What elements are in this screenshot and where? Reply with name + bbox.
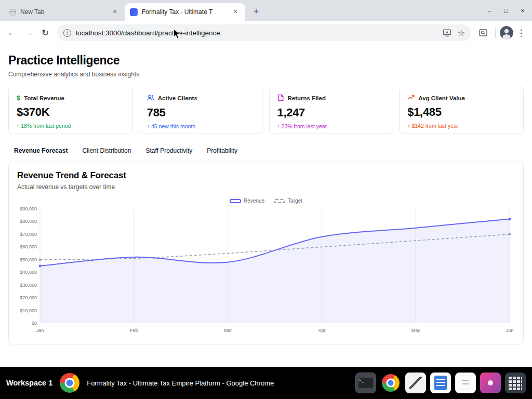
legend-revenue: Revenue [230,198,264,204]
divider [495,28,496,38]
stat-card-active-clients: Active Clients 785 ↑ 45 new this month [139,87,263,134]
svg-text:$50,000: $50,000 [20,257,37,262]
calculator-icon[interactable] [505,373,526,393]
site-favicon-icon [130,8,138,16]
maximize-button[interactable]: □ [498,7,514,15]
chrome-launcher-icon[interactable] [380,373,401,393]
stat-label: Total Revenue [24,95,64,101]
profile-avatar[interactable] [500,26,513,39]
users-icon [147,94,154,102]
svg-text:$70,000: $70,000 [20,232,37,237]
svg-text:$90,000: $90,000 [20,206,37,211]
tab-client-distribution[interactable]: Client Distribution [82,147,131,154]
svg-text:Jan: Jan [36,328,44,333]
revenue-chart-card: Revenue Trend & Forecast Actual revenue … [8,162,524,344]
close-button[interactable]: × [514,7,531,15]
stat-label: Avg Client Value [418,95,465,101]
page-header: Practice Intelligence Comprehensive anal… [0,45,532,78]
browser-tabstrip: New Tab × Formality Tax - Ultimate T × +… [0,0,532,21]
tab-title: Formality Tax - Ultimate T [142,8,227,16]
chart-title: Revenue Trend & Forecast [17,170,515,181]
legend-target: Target [274,198,302,204]
stat-label: Returns Filed [288,95,326,101]
svg-text:$0: $0 [32,321,37,326]
browser-tab-new-tab[interactable]: New Tab × [4,3,125,21]
url-bar[interactable]: i localhost:3000/dashboard/practice-inte… [57,24,471,41]
new-tab-button[interactable]: + [249,5,263,18]
side-search-icon[interactable] [475,25,491,41]
page-title: Practice Intelligence [8,54,524,68]
svg-text:$80,000: $80,000 [20,219,37,224]
page-subtitle: Comprehensive analytics and business ins… [8,71,524,78]
workspace-label[interactable]: Workspace 1 [6,379,52,387]
back-button[interactable]: ← [4,25,20,41]
stat-cards: $ Total Revenue $370K ↑ 18% from last pe… [8,87,524,134]
forward-button: → [21,25,36,41]
screen: New Tab × Formality Tax - Ultimate T × +… [0,0,532,399]
stat-delta: ↑ $142 from last year [407,123,515,129]
tab-close-icon[interactable]: × [231,7,240,17]
image-viewer-icon[interactable] [480,373,501,393]
files-icon[interactable] [430,373,451,393]
browser-navbar: ← → ↻ i localhost:3000/dashboard/practic… [0,21,532,45]
chart-legend: RevenueTarget [17,198,515,204]
tab-title: New Tab [20,8,106,16]
stat-value: 1,247 [277,106,385,119]
chrome-window-icon[interactable] [60,373,79,393]
tab-staff-productivity[interactable]: Staff Productivity [145,147,192,154]
svg-text:Mar: Mar [224,328,232,333]
dollar-icon: $ [17,94,20,102]
stat-value: $1,485 [407,105,515,119]
window-controls: – □ × [481,0,531,21]
stat-delta: ↑ 18% from last period [17,123,125,129]
tab-profitability[interactable]: Profitability [207,147,237,154]
file-icon [277,94,284,102]
browser-menu-icon[interactable]: ⋮ [514,28,528,38]
url-text[interactable]: localhost:3000/dashboard/practice-intell… [76,29,220,37]
browser-tab-formality-tax[interactable]: Formality Tax - Ultimate T × [125,3,245,21]
stat-value: 785 [147,106,255,119]
svg-text:$10,000: $10,000 [20,308,37,313]
tab-revenue-forecast[interactable]: Revenue Forecast [14,147,68,154]
bookmark-star-icon[interactable]: ☆ [458,28,465,38]
analytics-tabs: Revenue Forecast Client Distribution Sta… [14,147,524,154]
document-icon[interactable] [455,373,476,393]
page-content: Practice Intelligence Comprehensive anal… [0,45,532,367]
stat-card-avg-client-value: Avg Client Value $1,485 ↑ $142 from last… [399,87,524,134]
svg-text:$60,000: $60,000 [20,244,37,249]
stat-value: $370K [17,105,125,119]
stat-card-returns-filed: Returns Filed 1,247 ↑ 23% from last year [269,87,394,134]
active-window-title[interactable]: Formality Tax - Ultimate Tax Empire Plat… [87,379,348,387]
svg-text:Apr: Apr [318,328,325,333]
stat-delta: ↑ 23% from last year [277,123,385,129]
svg-text:Jun: Jun [506,328,514,333]
trending-up-icon [407,94,415,102]
svg-text:$20,000: $20,000 [20,295,37,300]
tab-close-icon[interactable]: × [110,7,119,17]
site-info-icon[interactable]: i [63,29,71,37]
minimize-button[interactable]: – [481,7,498,15]
text-editor-icon[interactable] [405,373,426,393]
globe-icon [9,9,16,16]
reload-button[interactable]: ↻ [37,25,53,41]
svg-text:$30,000: $30,000 [20,283,37,288]
terminal-icon[interactable]: >_ [355,373,376,393]
stat-card-total-revenue: $ Total Revenue $370K ↑ 18% from last pe… [8,87,133,134]
install-app-icon[interactable] [443,29,451,37]
chart-subtitle: Actual revenue vs targets over time [17,183,515,191]
stat-delta: ↑ 45 new this month [147,123,255,129]
stat-label: Active Clients [158,95,197,101]
revenue-trend-chart: $0$10,000$20,000$30,000$40,000$50,000$60… [17,205,515,336]
svg-text:$40,000: $40,000 [20,270,37,275]
taskbar: Workspace 1 Formality Tax - Ultimate Tax… [0,367,532,399]
svg-text:May: May [411,328,421,333]
system-tray: >_ [355,373,526,393]
svg-text:Feb: Feb [130,328,138,333]
